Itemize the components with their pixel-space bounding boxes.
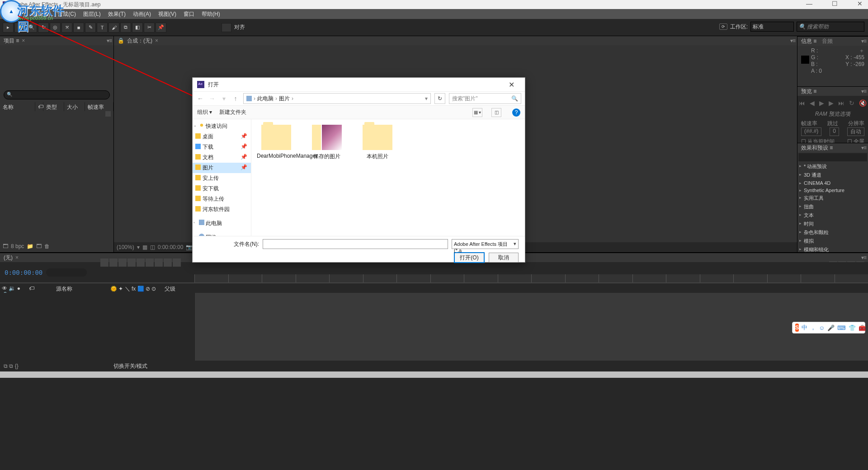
mask-icon[interactable]: ◫ [150, 244, 155, 250]
sidebar-network[interactable]: › 网络 [193, 232, 251, 236]
tl-tool-icon[interactable] [146, 258, 154, 267]
res-icon[interactable]: ▾ [137, 244, 140, 250]
menu-anim[interactable]: 动画(A) [129, 10, 155, 18]
col-size[interactable]: 大小 [64, 102, 85, 111]
loop-icon[interactable]: ↻ [849, 99, 854, 107]
panel-menu-icon[interactable]: ▾≡ [861, 38, 866, 44]
timeline-ruler[interactable] [194, 274, 868, 282]
ime-toolbox-icon[interactable]: 🧰 [859, 324, 866, 331]
close-button[interactable]: ✕ [854, 0, 866, 7]
interpret-icon[interactable]: 🗔 [3, 243, 8, 249]
tl-col-switch[interactable]: 🌞 ✦ ＼ fx 🟦 ⊘ ⊙ ⊚ [108, 283, 163, 293]
audio-tab[interactable]: 音频 [822, 38, 833, 45]
zoom-readout[interactable]: (100%) [117, 244, 134, 250]
preview-pane-icon[interactable]: ◫ [491, 108, 501, 117]
close-icon[interactable]: × [15, 254, 19, 261]
panel-menu-icon[interactable]: ▾≡ [861, 254, 866, 261]
ime-logo-icon[interactable]: S [795, 324, 799, 332]
effects-tab[interactable]: 效果和预设 ≡ [801, 144, 833, 152]
filename-input[interactable] [263, 239, 448, 249]
camera-tool-icon[interactable]: ◎ [50, 23, 61, 33]
tl-tool-icon[interactable] [118, 258, 127, 267]
tl-tool-icon[interactable] [137, 258, 145, 267]
effects-search[interactable] [798, 153, 867, 161]
text-tool-icon[interactable]: T [97, 23, 108, 33]
crumb-pictures[interactable]: 图片 [279, 95, 290, 103]
sidebar-item[interactable]: 桌面📌 [193, 132, 251, 142]
ime-mode[interactable]: 中 [802, 324, 807, 332]
preview-res-value[interactable]: 自动 [847, 127, 864, 136]
panel-menu-icon[interactable]: ▾≡ [790, 38, 795, 44]
puppet-tool-icon[interactable]: 📌 [156, 23, 166, 33]
minimize-button[interactable]: — [803, 0, 816, 7]
sidebar-item[interactable]: 安下载 [193, 183, 251, 194]
tl-tool-icon[interactable] [100, 258, 108, 267]
recent-icon[interactable]: ▾ [220, 95, 228, 102]
cancel-button[interactable]: 取消 [489, 253, 519, 263]
time-readout[interactable]: 0:00:00:00 [158, 244, 184, 250]
composition-tab[interactable]: 🔒 合成：(无) × ▾≡ [114, 36, 797, 45]
effects-item[interactable]: Synthetic Aperture [797, 187, 868, 194]
back-icon[interactable]: ← [196, 95, 204, 102]
ime-voice-icon[interactable]: 🎤 [827, 324, 835, 331]
panbehind-tool-icon[interactable]: ⤧ [61, 23, 72, 33]
next-frame-icon[interactable]: ▶ [829, 99, 834, 107]
tl-col-src[interactable]: 源名称 [54, 283, 108, 293]
snap-toggle-icon[interactable] [222, 23, 231, 32]
effects-item[interactable]: 模拟 [797, 237, 868, 245]
stamp-tool-icon[interactable]: ⧉ [120, 23, 131, 33]
toggle-switches-button[interactable]: 切换开关/模式 [113, 362, 147, 370]
sync-badge-icon[interactable]: ⟳ [719, 24, 727, 30]
help-icon[interactable]: ? [512, 108, 520, 117]
folder-item[interactable]: 保存的图片 [307, 125, 346, 160]
rotate-tool-icon[interactable]: ↻ [38, 23, 49, 33]
first-frame-icon[interactable]: ⏮ [799, 99, 805, 107]
panel-menu-icon[interactable]: ▾≡ [107, 38, 112, 44]
menu-file[interactable]: 文件(F) [4, 10, 28, 18]
mute-icon[interactable]: 🔇 [859, 99, 867, 107]
crumb-thispc[interactable]: 此电脑 [257, 95, 274, 103]
help-search[interactable]: 🔍 搜索帮助 [797, 22, 864, 32]
sidebar-quickaccess[interactable]: ⌄ 快速访问 [193, 121, 251, 132]
menu-view[interactable]: 视图(V) [155, 10, 180, 18]
ime-skin-icon[interactable]: 👕 [849, 324, 856, 331]
tl-col-tag[interactable]: 🏷 [27, 283, 54, 293]
sidebar-thispc[interactable]: › 此电脑 [193, 218, 251, 229]
tl-col-vis[interactable]: 👁 🔉 ● 🔒 [0, 283, 27, 293]
zoom-tool-icon[interactable]: 🔍 [26, 23, 37, 33]
new-comp-icon[interactable]: 🗔 [36, 243, 42, 249]
folder-item[interactable]: DearMobiPhoneManager [257, 125, 296, 159]
effects-item[interactable]: CINEMA 4D [797, 179, 868, 187]
preview-skip-value[interactable]: 0 [830, 127, 839, 136]
project-search[interactable] [4, 90, 110, 99]
selection-tool-icon[interactable]: ▸ [3, 23, 14, 33]
effects-item[interactable]: 扭曲 [797, 202, 868, 211]
timeline-layer-list[interactable] [0, 293, 194, 361]
crumb-drop-icon[interactable]: ▾ [425, 95, 428, 102]
trash-icon[interactable]: 🗑 [44, 243, 50, 249]
eraser-tool-icon[interactable]: ◧ [132, 23, 143, 33]
project-tab[interactable]: 项目 ≡ × ▾≡ [0, 36, 113, 45]
timeline-search[interactable] [46, 268, 87, 277]
col-name[interactable]: 名称 [0, 102, 35, 111]
dialog-search[interactable]: 搜索"图片" 🔍 [449, 93, 521, 104]
tl-tool-icon[interactable] [164, 258, 172, 267]
tl-tool-icon[interactable] [109, 258, 118, 267]
newfolder-button[interactable]: 新建文件夹 [219, 108, 246, 116]
close-icon[interactable]: × [22, 38, 25, 44]
ime-emoji-icon[interactable]: ☺ [819, 324, 825, 331]
menu-help[interactable]: 帮助(H) [198, 10, 224, 18]
menu-layer[interactable]: 图层(L) [80, 10, 104, 18]
sidebar-item[interactable]: 安上传 [193, 173, 251, 183]
dialog-close-icon[interactable]: ✕ [502, 80, 520, 89]
up-icon[interactable]: ↑ [231, 95, 240, 102]
lock-icon[interactable]: 🔒 [118, 38, 124, 44]
project-resize-icon[interactable] [105, 111, 111, 117]
sidebar-item[interactable]: 文档📌 [193, 152, 251, 163]
forward-icon[interactable]: → [208, 95, 216, 102]
tl-col-parent[interactable]: 父级 [163, 283, 194, 293]
organize-button[interactable]: 组织 ▾ [197, 108, 212, 116]
sidebar-item-selected[interactable]: 图片📌 [193, 163, 251, 173]
panel-menu-icon[interactable]: ▾≡ [861, 145, 866, 151]
menu-comp[interactable]: 合成(C) [54, 10, 80, 18]
